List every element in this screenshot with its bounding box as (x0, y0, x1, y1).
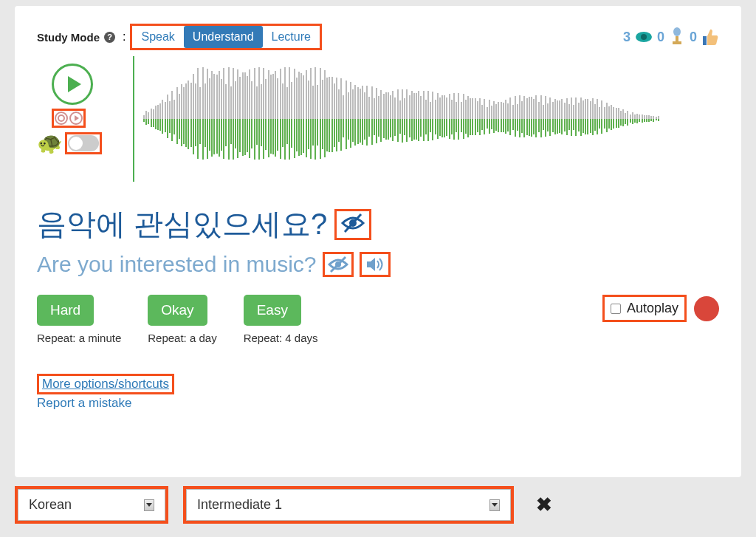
more-options-link[interactable]: More options/shortcuts (42, 377, 169, 391)
level-select-highlight: Intermediate 1 (183, 486, 514, 524)
hard-repeat: Repeat: a minute (37, 332, 121, 344)
okay-button[interactable]: Okay (148, 295, 207, 326)
autoplay-area: Autoplay (602, 295, 719, 322)
recordings-count: 0 (657, 30, 664, 45)
autoplay-highlight: Autoplay (602, 295, 687, 322)
play-icon (68, 76, 81, 92)
more-options-highlight: More options/shortcuts (37, 374, 174, 394)
record-button[interactable] (694, 296, 719, 321)
easy-repeat: Repeat: 4 days (244, 332, 318, 344)
target-sentence-row: 음악에 관심있으세요? (37, 204, 719, 244)
female-voice-icon[interactable] (55, 112, 68, 125)
microphone-trophy-icon (669, 27, 685, 47)
svg-point-1 (641, 34, 647, 40)
help-icon[interactable]: ? (104, 32, 115, 43)
chevron-down-icon (144, 499, 154, 511)
slow-speed-row: 🐢 (37, 131, 118, 155)
language-select-highlight: Korean (15, 486, 168, 524)
thumb-up-icon (701, 27, 719, 47)
eye-icon (635, 30, 653, 44)
alt-play-icon[interactable] (69, 112, 83, 125)
views-count: 3 (623, 30, 630, 45)
language-select[interactable]: Korean (18, 489, 165, 521)
language-value: Korean (29, 497, 72, 513)
study-card: Study Mode ? : Speak Understand Lecture … (15, 6, 741, 477)
hard-button[interactable]: Hard (37, 295, 94, 326)
report-mistake-link[interactable]: Report a mistake (37, 396, 719, 411)
stats: 3 0 0 (623, 27, 719, 47)
svg-point-2 (673, 27, 681, 36)
okay-repeat: Repeat: a day (148, 332, 216, 344)
target-sentence: 음악에 관심있으세요? (37, 204, 327, 244)
svg-rect-4 (673, 41, 681, 44)
speaker-icon[interactable] (365, 256, 385, 273)
turtle-icon: 🐢 (37, 131, 63, 155)
difficulty-okay: Okay Repeat: a day (148, 295, 216, 344)
toggle-translation-visibility-highlight (323, 252, 354, 277)
eye-slash-icon[interactable] (328, 256, 348, 273)
translation-row: Are you interested in music? (37, 252, 719, 277)
svg-rect-5 (703, 36, 707, 45)
play-button[interactable] (52, 64, 93, 105)
tab-understand[interactable]: Understand (184, 26, 263, 48)
sentence-area: 음악에 관심있으세요? Are you interested in music? (37, 204, 719, 277)
level-select[interactable]: Intermediate 1 (186, 489, 511, 521)
footer-links: More options/shortcuts Report a mistake (37, 374, 719, 411)
slow-speed-toggle[interactable] (68, 135, 99, 151)
close-icon[interactable]: ✖ (536, 493, 552, 516)
study-mode-label: Study Mode (37, 31, 100, 44)
difficulty-row: Hard Repeat: a minute Okay Repeat: a day… (37, 295, 719, 344)
bottom-controls: Korean Intermediate 1 ✖ (0, 477, 756, 524)
tab-speak[interactable]: Speak (132, 26, 183, 48)
tab-lecture[interactable]: Lecture (263, 26, 320, 48)
difficulty-easy: Easy Repeat: 4 days (244, 295, 318, 344)
mode-tabs: Speak Understand Lecture (130, 24, 321, 50)
likes-count: 0 (690, 30, 697, 45)
header-row: Study Mode ? : Speak Understand Lecture … (37, 24, 719, 50)
level-value: Intermediate 1 (197, 497, 282, 513)
play-controls: 🐢 (37, 64, 118, 155)
translation-text: Are you interested in music? (37, 252, 317, 277)
autoplay-label: Autoplay (627, 301, 678, 316)
toggle-target-visibility-highlight (334, 209, 371, 240)
eye-slash-icon[interactable] (340, 213, 365, 233)
easy-button[interactable]: Easy (244, 295, 301, 326)
playback-area: 🐢 (37, 64, 719, 182)
waveform[interactable] (143, 56, 719, 182)
chevron-down-icon (489, 499, 500, 511)
difficulty-hard: Hard Repeat: a minute (37, 295, 121, 344)
autoplay-checkbox[interactable] (611, 304, 621, 314)
svg-rect-3 (676, 36, 678, 41)
alt-voice-controls (52, 109, 86, 128)
playback-cursor[interactable] (133, 56, 134, 182)
play-translation-highlight (360, 252, 391, 277)
slow-toggle-highlight (65, 132, 102, 154)
